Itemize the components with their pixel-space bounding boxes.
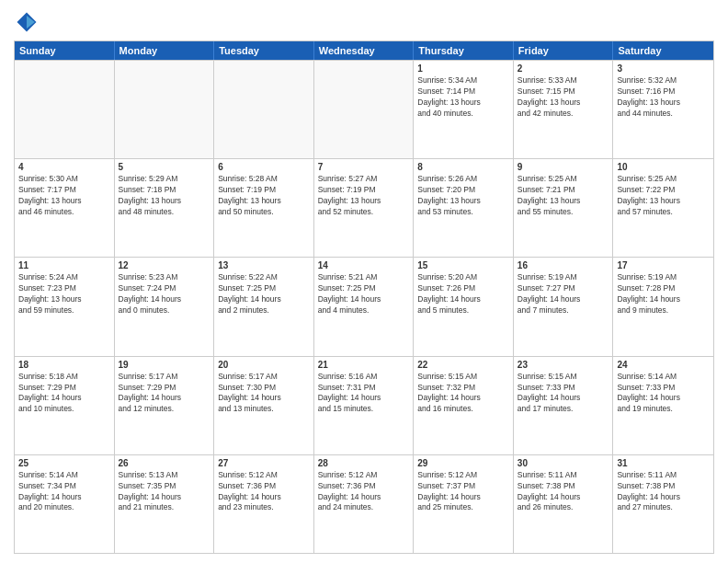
- day-info: Sunrise: 5:17 AM Sunset: 7:30 PM Dayligh…: [218, 372, 310, 416]
- day-info: Sunrise: 5:14 AM Sunset: 7:34 PM Dayligh…: [18, 470, 110, 514]
- day-info: Sunrise: 5:21 AM Sunset: 7:25 PM Dayligh…: [318, 272, 410, 316]
- day-number: 12: [119, 260, 210, 270]
- cal-cell: 7Sunrise: 5:27 AM Sunset: 7:19 PM Daylig…: [314, 159, 415, 257]
- cal-cell: 13Sunrise: 5:22 AM Sunset: 7:25 PM Dayli…: [214, 258, 314, 355]
- day-number: 30: [518, 458, 609, 468]
- day-number: 20: [218, 360, 310, 370]
- cal-cell: 21Sunrise: 5:16 AM Sunset: 7:31 PM Dayli…: [314, 357, 415, 454]
- day-info: Sunrise: 5:16 AM Sunset: 7:31 PM Dayligh…: [318, 372, 410, 416]
- cal-cell: 30Sunrise: 5:11 AM Sunset: 7:38 PM Dayli…: [514, 455, 614, 553]
- day-number: 10: [617, 162, 710, 172]
- day-info: Sunrise: 5:25 AM Sunset: 7:22 PM Dayligh…: [617, 174, 710, 218]
- cal-cell: 19Sunrise: 5:17 AM Sunset: 7:29 PM Dayli…: [115, 357, 215, 454]
- cal-cell: 14Sunrise: 5:21 AM Sunset: 7:25 PM Dayli…: [314, 258, 415, 355]
- cal-cell: 26Sunrise: 5:13 AM Sunset: 7:35 PM Dayli…: [115, 455, 215, 553]
- calendar-header-row: SundayMondayTuesdayWednesdayThursdayFrid…: [15, 41, 713, 60]
- cal-cell: 4Sunrise: 5:30 AM Sunset: 7:17 PM Daylig…: [15, 159, 115, 257]
- day-info: Sunrise: 5:12 AM Sunset: 7:36 PM Dayligh…: [318, 470, 410, 514]
- day-info: Sunrise: 5:26 AM Sunset: 7:20 PM Dayligh…: [417, 174, 509, 218]
- cal-cell: 2Sunrise: 5:33 AM Sunset: 7:15 PM Daylig…: [514, 61, 614, 158]
- day-info: Sunrise: 5:12 AM Sunset: 7:36 PM Dayligh…: [218, 470, 310, 514]
- week-row-3: 11Sunrise: 5:24 AM Sunset: 7:23 PM Dayli…: [15, 257, 713, 355]
- day-number: 25: [18, 458, 110, 468]
- day-number: 6: [218, 162, 310, 172]
- day-number: 5: [119, 162, 210, 172]
- day-info: Sunrise: 5:25 AM Sunset: 7:21 PM Dayligh…: [518, 174, 609, 218]
- day-info: Sunrise: 5:19 AM Sunset: 7:28 PM Dayligh…: [617, 272, 710, 316]
- day-number: 3: [617, 63, 710, 74]
- day-info: Sunrise: 5:18 AM Sunset: 7:29 PM Dayligh…: [18, 372, 110, 416]
- day-info: Sunrise: 5:15 AM Sunset: 7:33 PM Dayligh…: [518, 372, 609, 416]
- day-info: Sunrise: 5:34 AM Sunset: 7:14 PM Dayligh…: [417, 75, 509, 120]
- cal-cell: 6Sunrise: 5:28 AM Sunset: 7:19 PM Daylig…: [214, 159, 314, 257]
- header-cell-friday: Friday: [514, 41, 614, 60]
- day-info: Sunrise: 5:17 AM Sunset: 7:29 PM Dayligh…: [119, 372, 210, 416]
- cal-cell: 18Sunrise: 5:18 AM Sunset: 7:29 PM Dayli…: [15, 357, 115, 454]
- day-info: Sunrise: 5:20 AM Sunset: 7:26 PM Dayligh…: [417, 272, 509, 316]
- cal-cell: [15, 61, 115, 158]
- calendar-body: 1Sunrise: 5:34 AM Sunset: 7:14 PM Daylig…: [15, 60, 713, 553]
- day-number: 17: [617, 260, 710, 270]
- cal-cell: 11Sunrise: 5:24 AM Sunset: 7:23 PM Dayli…: [15, 258, 115, 355]
- day-number: 26: [119, 458, 210, 468]
- logo: [14, 9, 43, 35]
- logo-icon: [14, 9, 40, 35]
- cal-cell: 24Sunrise: 5:14 AM Sunset: 7:33 PM Dayli…: [613, 357, 713, 454]
- day-number: 13: [218, 260, 310, 270]
- day-info: Sunrise: 5:29 AM Sunset: 7:18 PM Dayligh…: [119, 174, 210, 218]
- day-number: 1: [417, 63, 509, 74]
- day-number: 28: [318, 458, 410, 468]
- cal-cell: 28Sunrise: 5:12 AM Sunset: 7:36 PM Dayli…: [314, 455, 415, 553]
- cal-cell: 20Sunrise: 5:17 AM Sunset: 7:30 PM Dayli…: [214, 357, 314, 454]
- day-info: Sunrise: 5:11 AM Sunset: 7:38 PM Dayligh…: [518, 470, 609, 514]
- day-number: 9: [518, 162, 609, 172]
- header: [14, 9, 714, 35]
- header-cell-sunday: Sunday: [15, 41, 115, 60]
- day-info: Sunrise: 5:23 AM Sunset: 7:24 PM Dayligh…: [119, 272, 210, 316]
- day-info: Sunrise: 5:13 AM Sunset: 7:35 PM Dayligh…: [119, 470, 210, 514]
- header-cell-saturday: Saturday: [613, 41, 713, 60]
- day-info: Sunrise: 5:12 AM Sunset: 7:37 PM Dayligh…: [417, 470, 509, 514]
- day-info: Sunrise: 5:33 AM Sunset: 7:15 PM Dayligh…: [518, 75, 609, 120]
- day-number: 15: [417, 260, 509, 270]
- day-number: 7: [318, 162, 410, 172]
- day-info: Sunrise: 5:14 AM Sunset: 7:33 PM Dayligh…: [617, 372, 710, 416]
- cal-cell: [314, 61, 415, 158]
- week-row-2: 4Sunrise: 5:30 AM Sunset: 7:17 PM Daylig…: [15, 158, 713, 257]
- cal-cell: 15Sunrise: 5:20 AM Sunset: 7:26 PM Dayli…: [414, 258, 514, 355]
- cal-cell: 29Sunrise: 5:12 AM Sunset: 7:37 PM Dayli…: [414, 455, 514, 553]
- cal-cell: 3Sunrise: 5:32 AM Sunset: 7:16 PM Daylig…: [613, 61, 713, 158]
- day-number: 27: [218, 458, 310, 468]
- header-cell-thursday: Thursday: [414, 41, 514, 60]
- day-number: 19: [119, 360, 210, 370]
- day-number: 11: [18, 260, 110, 270]
- cal-cell: 17Sunrise: 5:19 AM Sunset: 7:28 PM Dayli…: [613, 258, 713, 355]
- cal-cell: 5Sunrise: 5:29 AM Sunset: 7:18 PM Daylig…: [115, 159, 215, 257]
- header-cell-wednesday: Wednesday: [314, 41, 415, 60]
- header-cell-monday: Monday: [115, 41, 215, 60]
- day-info: Sunrise: 5:11 AM Sunset: 7:38 PM Dayligh…: [617, 470, 710, 514]
- day-number: 18: [18, 360, 110, 370]
- cal-cell: 31Sunrise: 5:11 AM Sunset: 7:38 PM Dayli…: [613, 455, 713, 553]
- cal-cell: 1Sunrise: 5:34 AM Sunset: 7:14 PM Daylig…: [414, 61, 514, 158]
- day-info: Sunrise: 5:15 AM Sunset: 7:32 PM Dayligh…: [417, 372, 509, 416]
- week-row-1: 1Sunrise: 5:34 AM Sunset: 7:14 PM Daylig…: [15, 60, 713, 158]
- calendar: SundayMondayTuesdayWednesdayThursdayFrid…: [14, 40, 714, 554]
- week-row-5: 25Sunrise: 5:14 AM Sunset: 7:34 PM Dayli…: [15, 454, 713, 553]
- cal-cell: 25Sunrise: 5:14 AM Sunset: 7:34 PM Dayli…: [15, 455, 115, 553]
- cal-cell: 22Sunrise: 5:15 AM Sunset: 7:32 PM Dayli…: [414, 357, 514, 454]
- day-number: 14: [318, 260, 410, 270]
- day-info: Sunrise: 5:32 AM Sunset: 7:16 PM Dayligh…: [617, 75, 710, 120]
- cal-cell: 16Sunrise: 5:19 AM Sunset: 7:27 PM Dayli…: [514, 258, 614, 355]
- day-info: Sunrise: 5:30 AM Sunset: 7:17 PM Dayligh…: [18, 174, 110, 218]
- day-number: 4: [18, 162, 110, 172]
- day-info: Sunrise: 5:24 AM Sunset: 7:23 PM Dayligh…: [18, 272, 110, 316]
- cal-cell: 9Sunrise: 5:25 AM Sunset: 7:21 PM Daylig…: [514, 159, 614, 257]
- day-number: 24: [617, 360, 710, 370]
- week-row-4: 18Sunrise: 5:18 AM Sunset: 7:29 PM Dayli…: [15, 356, 713, 454]
- day-info: Sunrise: 5:28 AM Sunset: 7:19 PM Dayligh…: [218, 174, 310, 218]
- cal-cell: [214, 61, 314, 158]
- day-number: 23: [518, 360, 609, 370]
- header-cell-tuesday: Tuesday: [214, 41, 314, 60]
- day-info: Sunrise: 5:19 AM Sunset: 7:27 PM Dayligh…: [518, 272, 609, 316]
